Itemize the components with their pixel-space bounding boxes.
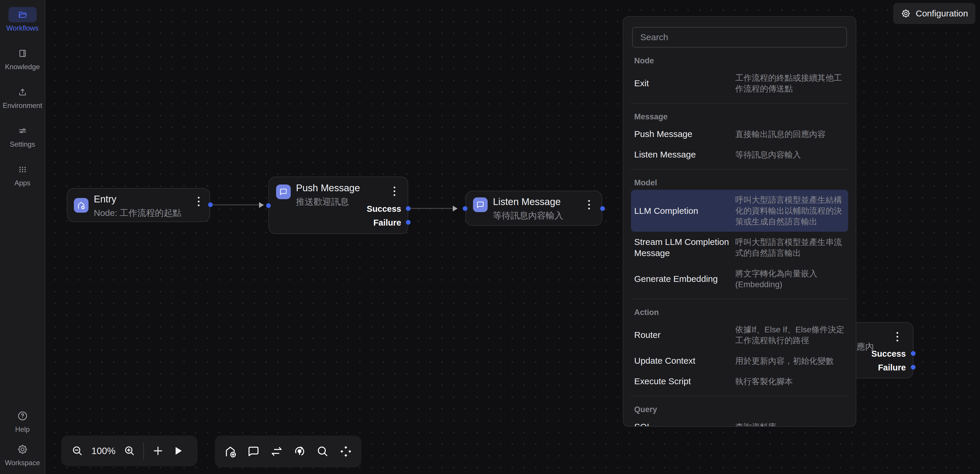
palette-item-llm-completion[interactable]: LLM Completion 呼叫大型語言模型並產生結構化的資料輸出以輔助流程的… <box>631 190 848 232</box>
section-header-query: Query <box>634 405 845 414</box>
edge-arrowhead-icon <box>259 202 264 208</box>
sidebar: Workflows Knowledge Environment <box>0 0 45 474</box>
palette-item-update-context[interactable]: Update Context 用於更新內容，初始化變數 <box>631 351 848 371</box>
port-listen-output[interactable] <box>600 206 605 211</box>
node-palette-panel: Node Exit 工作流程的終點或接續其他工作流程的傳送點 Message P… <box>623 16 856 427</box>
sidebar-item-knowledge[interactable]: Knowledge <box>0 46 45 71</box>
palette-item-title: LLM Completion <box>634 205 735 217</box>
search-canvas-icon[interactable] <box>316 445 329 458</box>
palette-item-title: Push Message <box>634 128 735 140</box>
node-subtitle: Node: 工作流程的起點 <box>94 207 181 219</box>
edge-push-to-listen[interactable] <box>410 208 457 209</box>
gear-icon <box>8 442 37 457</box>
palette-item-listen-message[interactable]: Listen Message 等待訊息內容輸入 <box>631 144 848 165</box>
configuration-label: Configuration <box>916 8 968 19</box>
run-workflow-button[interactable] <box>172 445 185 457</box>
palette-item-desc: 呼叫大型語言模型並產生串流式的自然語言輸出 <box>735 237 845 259</box>
port-label-failure: Failure <box>373 218 401 228</box>
zoom-level: 100% <box>91 445 116 456</box>
port-hidden-failure[interactable] <box>911 365 916 370</box>
zoom-out-icon[interactable] <box>71 445 84 457</box>
search-input[interactable] <box>632 27 847 48</box>
palette-item-stream-llm-completion-message[interactable]: Stream LLM Completion Message 呼叫大型語言模型並產… <box>631 232 848 263</box>
node-subtitle: 推送歡迎訊息 <box>296 196 349 208</box>
llm-refresh-bulb-icon[interactable] <box>293 445 306 458</box>
palette-item-title: Execute Script <box>634 376 735 387</box>
palette-item-router[interactable]: Router 依據If、Else If、Else條件決定工作流程執行的路徑 <box>631 319 848 351</box>
palette-item-desc: 查詢資料庫 <box>735 421 845 427</box>
port-push-input[interactable] <box>266 203 271 208</box>
section-divider <box>631 298 848 299</box>
sidebar-item-workflows[interactable]: Workflows <box>0 7 45 32</box>
palette-item-title: Update Context <box>634 355 735 366</box>
node-tools-toolbar <box>215 436 361 467</box>
message-node-icon[interactable] <box>247 445 260 458</box>
book-icon <box>8 46 37 61</box>
node-menu-kebab-icon[interactable] <box>197 195 201 208</box>
section-header-message: Message <box>634 112 845 121</box>
port-hidden-success[interactable] <box>911 351 916 356</box>
sidebar-item-label: Apps <box>14 179 30 187</box>
zoom-toolbar: 100% <box>61 436 197 466</box>
sliders-icon <box>8 123 37 139</box>
palette-item-desc: 工作流程的終點或接續其他工作流程的傳送點 <box>735 72 845 94</box>
palette-item-title: Generate Embedding <box>634 273 735 284</box>
palette-item-desc: 用於更新內容，初始化變數 <box>735 356 845 366</box>
edge-entry-to-push[interactable] <box>213 204 264 205</box>
move-pan-icon[interactable] <box>339 445 353 458</box>
palette-item-desc: 將文字轉化為向量嵌入 (Embedding) <box>735 268 845 290</box>
sidebar-item-help[interactable]: Help <box>0 408 45 434</box>
swap-arrows-icon[interactable] <box>270 445 283 458</box>
palette-item-desc: 直接輸出訊息的回應內容 <box>735 129 845 140</box>
gear-icon <box>900 8 911 19</box>
section-divider <box>631 169 848 169</box>
palette-item-push-message[interactable]: Push Message 直接輸出訊息的回應內容 <box>631 124 848 144</box>
node-entry[interactable]: Entry Node: 工作流程的起點 <box>67 188 210 222</box>
palette-item-desc: 等待訊息內容輸入 <box>735 149 845 160</box>
node-push-message[interactable]: Push Message 推送歡迎訊息 Success Failure <box>269 177 408 234</box>
sidebar-item-label: Environment <box>3 102 42 110</box>
sidebar-item-environment[interactable]: Environment <box>0 85 45 110</box>
node-listen-message[interactable]: Listen Message 等待訊息內容輸入 <box>465 191 602 226</box>
section-divider <box>631 396 848 396</box>
node-menu-kebab-icon[interactable] <box>392 184 396 198</box>
sidebar-item-label: Workspace <box>5 459 40 467</box>
section-divider <box>631 103 848 104</box>
palette-item-generate-embedding[interactable]: Generate Embedding 將文字轉化為向量嵌入 (Embedding… <box>631 263 848 295</box>
port-label-success: Success <box>367 204 401 214</box>
port-push-success[interactable] <box>406 206 410 211</box>
toolbar-divider <box>143 442 144 459</box>
port-label-failure: Failure <box>878 363 906 372</box>
palette-item-desc: 呼叫大型語言模型並產生結構化的資料輸出以輔助流程的決策或生成自然語言輸出 <box>735 195 845 227</box>
sidebar-item-apps[interactable]: Apps <box>0 162 45 187</box>
zoom-in-icon[interactable] <box>123 445 136 457</box>
add-node-button[interactable] <box>151 444 164 457</box>
folder-icon <box>8 7 37 22</box>
palette-item-execute-script[interactable]: Execute Script 執行客製化腳本 <box>631 371 848 392</box>
workflow-canvas[interactable]: Entry Node: 工作流程的起點 Push Message 推送歡迎訊息 … <box>0 0 980 474</box>
port-push-failure[interactable] <box>406 220 410 225</box>
node-menu-kebab-icon[interactable] <box>895 330 899 343</box>
node-subtitle: 等待訊息內容輸入 <box>493 210 563 222</box>
sidebar-item-label: Knowledge <box>5 63 40 71</box>
palette-item-desc: 執行客製化腳本 <box>735 376 845 387</box>
sidebar-item-label: Settings <box>10 140 35 148</box>
sidebar-item-workspace[interactable]: Workspace <box>0 442 45 467</box>
sidebar-item-settings[interactable]: Settings <box>0 123 45 148</box>
palette-item-desc: 依據If、Else If、Else條件決定工作流程執行的路徑 <box>735 324 845 346</box>
node-menu-kebab-icon[interactable] <box>587 198 591 211</box>
edge-arrowhead-icon <box>453 206 457 211</box>
port-listen-input[interactable] <box>463 206 468 211</box>
palette-item-exit[interactable]: Exit 工作流程的終點或接續其他工作流程的傳送點 <box>631 68 848 99</box>
sidebar-item-label: Workflows <box>6 24 38 32</box>
section-header-model: Model <box>634 178 845 187</box>
port-entry-output[interactable] <box>208 203 213 207</box>
add-entry-node-icon[interactable] <box>224 445 237 458</box>
sidebar-item-label: Help <box>15 425 30 434</box>
node-title: Entry <box>94 193 116 205</box>
port-label-success: Success <box>871 349 906 359</box>
configuration-button[interactable]: Configuration <box>893 3 975 24</box>
section-header-node: Node <box>634 56 845 65</box>
palette-item-sql[interactable]: SQL 查詢資料庫 <box>631 417 848 427</box>
chat-bubble-icon <box>276 185 291 199</box>
